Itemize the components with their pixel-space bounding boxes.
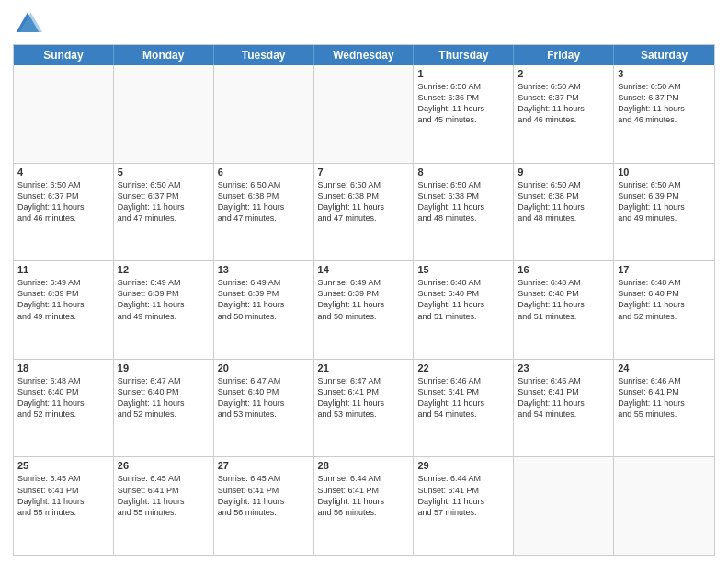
calendar-row: 4Sunrise: 6:50 AM Sunset: 6:37 PM Daylig… [14, 163, 714, 261]
cell-daylight-info: Sunrise: 6:48 AM Sunset: 6:40 PM Dayligh… [417, 277, 509, 322]
calendar-cell: 25Sunrise: 6:45 AM Sunset: 6:41 PM Dayli… [14, 457, 114, 555]
calendar-header: SundayMondayTuesdayWednesdayThursdayFrid… [14, 45, 714, 65]
day-number: 16 [518, 264, 609, 275]
day-number: 22 [417, 362, 509, 373]
day-number: 4 [17, 167, 109, 178]
day-number: 10 [618, 167, 711, 178]
calendar-cell: 23Sunrise: 6:46 AM Sunset: 6:41 PM Dayli… [514, 360, 614, 457]
logo [13, 9, 46, 39]
cell-daylight-info: Sunrise: 6:49 AM Sunset: 6:39 PM Dayligh… [218, 277, 310, 322]
day-number: 2 [518, 68, 609, 79]
calendar-cell: 3Sunrise: 6:50 AM Sunset: 6:37 PM Daylig… [614, 65, 714, 163]
cell-daylight-info: Sunrise: 6:48 AM Sunset: 6:40 PM Dayligh… [518, 277, 609, 322]
calendar-cell [614, 457, 714, 555]
cell-daylight-info: Sunrise: 6:50 AM Sunset: 6:38 PM Dayligh… [318, 179, 410, 224]
page: SundayMondayTuesdayWednesdayThursdayFrid… [0, 0, 728, 563]
day-header-tuesday: Tuesday [214, 45, 314, 65]
cell-daylight-info: Sunrise: 6:50 AM Sunset: 6:37 PM Dayligh… [17, 179, 109, 224]
calendar-cell [514, 457, 614, 555]
day-number: 26 [118, 460, 210, 471]
day-header-sunday: Sunday [14, 45, 114, 65]
cell-daylight-info: Sunrise: 6:48 AM Sunset: 6:40 PM Dayligh… [17, 375, 109, 420]
cell-daylight-info: Sunrise: 6:46 AM Sunset: 6:41 PM Dayligh… [417, 375, 509, 420]
cell-daylight-info: Sunrise: 6:45 AM Sunset: 6:41 PM Dayligh… [218, 473, 310, 518]
calendar-cell: 20Sunrise: 6:47 AM Sunset: 6:40 PM Dayli… [214, 360, 314, 457]
cell-daylight-info: Sunrise: 6:46 AM Sunset: 6:41 PM Dayligh… [618, 375, 711, 420]
day-number: 14 [318, 264, 410, 275]
day-header-wednesday: Wednesday [314, 45, 415, 65]
day-number: 23 [518, 362, 609, 373]
day-number: 21 [318, 362, 410, 373]
cell-daylight-info: Sunrise: 6:50 AM Sunset: 6:37 PM Dayligh… [118, 179, 210, 224]
calendar-cell: 14Sunrise: 6:49 AM Sunset: 6:39 PM Dayli… [314, 261, 415, 359]
cell-daylight-info: Sunrise: 6:50 AM Sunset: 6:36 PM Dayligh… [417, 81, 509, 126]
day-number: 24 [618, 362, 711, 373]
day-number: 13 [218, 264, 310, 275]
header [13, 9, 715, 39]
calendar-row: 18Sunrise: 6:48 AM Sunset: 6:40 PM Dayli… [14, 359, 714, 457]
day-number: 17 [618, 264, 711, 275]
cell-daylight-info: Sunrise: 6:44 AM Sunset: 6:41 PM Dayligh… [417, 473, 509, 518]
calendar-cell: 16Sunrise: 6:48 AM Sunset: 6:40 PM Dayli… [514, 261, 614, 359]
calendar-cell: 21Sunrise: 6:47 AM Sunset: 6:41 PM Dayli… [314, 360, 415, 457]
day-number: 12 [118, 264, 210, 275]
day-header-monday: Monday [114, 45, 214, 65]
cell-daylight-info: Sunrise: 6:50 AM Sunset: 6:38 PM Dayligh… [417, 179, 509, 224]
day-header-friday: Friday [514, 45, 614, 65]
calendar-cell [214, 65, 314, 163]
calendar-cell: 19Sunrise: 6:47 AM Sunset: 6:40 PM Dayli… [114, 360, 214, 457]
calendar-cell: 26Sunrise: 6:45 AM Sunset: 6:41 PM Dayli… [114, 457, 214, 555]
cell-daylight-info: Sunrise: 6:49 AM Sunset: 6:39 PM Dayligh… [318, 277, 410, 322]
day-number: 20 [218, 362, 310, 373]
calendar-cell: 28Sunrise: 6:44 AM Sunset: 6:41 PM Dayli… [314, 457, 415, 555]
calendar-cell: 13Sunrise: 6:49 AM Sunset: 6:39 PM Dayli… [214, 261, 314, 359]
day-number: 5 [118, 167, 210, 178]
day-number: 11 [17, 264, 109, 275]
cell-daylight-info: Sunrise: 6:45 AM Sunset: 6:41 PM Dayligh… [17, 473, 109, 518]
calendar-cell: 7Sunrise: 6:50 AM Sunset: 6:38 PM Daylig… [314, 164, 415, 261]
cell-daylight-info: Sunrise: 6:45 AM Sunset: 6:41 PM Dayligh… [118, 473, 210, 518]
logo-icon [13, 9, 42, 39]
calendar-cell: 22Sunrise: 6:46 AM Sunset: 6:41 PM Dayli… [414, 360, 514, 457]
cell-daylight-info: Sunrise: 6:50 AM Sunset: 6:37 PM Dayligh… [618, 81, 711, 126]
day-number: 18 [17, 362, 109, 373]
day-number: 15 [417, 264, 509, 275]
calendar-cell: 18Sunrise: 6:48 AM Sunset: 6:40 PM Dayli… [14, 360, 114, 457]
calendar-cell: 10Sunrise: 6:50 AM Sunset: 6:39 PM Dayli… [614, 164, 714, 261]
day-number: 3 [618, 68, 711, 79]
cell-daylight-info: Sunrise: 6:50 AM Sunset: 6:37 PM Dayligh… [518, 81, 609, 126]
calendar-cell [314, 65, 415, 163]
calendar-cell: 15Sunrise: 6:48 AM Sunset: 6:40 PM Dayli… [414, 261, 514, 359]
cell-daylight-info: Sunrise: 6:50 AM Sunset: 6:38 PM Dayligh… [218, 179, 310, 224]
calendar-cell: 27Sunrise: 6:45 AM Sunset: 6:41 PM Dayli… [214, 457, 314, 555]
day-header-thursday: Thursday [414, 45, 514, 65]
calendar-cell: 6Sunrise: 6:50 AM Sunset: 6:38 PM Daylig… [214, 164, 314, 261]
cell-daylight-info: Sunrise: 6:48 AM Sunset: 6:40 PM Dayligh… [618, 277, 711, 322]
cell-daylight-info: Sunrise: 6:46 AM Sunset: 6:41 PM Dayligh… [518, 375, 609, 420]
day-header-saturday: Saturday [614, 45, 714, 65]
calendar-cell: 24Sunrise: 6:46 AM Sunset: 6:41 PM Dayli… [614, 360, 714, 457]
cell-daylight-info: Sunrise: 6:47 AM Sunset: 6:41 PM Dayligh… [318, 375, 410, 420]
calendar-cell: 4Sunrise: 6:50 AM Sunset: 6:37 PM Daylig… [14, 164, 114, 261]
day-number: 25 [17, 460, 109, 471]
calendar-cell [14, 65, 114, 163]
day-number: 27 [218, 460, 310, 471]
calendar-cell: 17Sunrise: 6:48 AM Sunset: 6:40 PM Dayli… [614, 261, 714, 359]
calendar-body: 1Sunrise: 6:50 AM Sunset: 6:36 PM Daylig… [14, 65, 714, 555]
calendar-row: 25Sunrise: 6:45 AM Sunset: 6:41 PM Dayli… [14, 456, 714, 555]
calendar: SundayMondayTuesdayWednesdayThursdayFrid… [13, 44, 715, 556]
day-number: 6 [218, 167, 310, 178]
day-number: 19 [118, 362, 210, 373]
day-number: 9 [518, 167, 609, 178]
calendar-cell: 5Sunrise: 6:50 AM Sunset: 6:37 PM Daylig… [114, 164, 214, 261]
cell-daylight-info: Sunrise: 6:47 AM Sunset: 6:40 PM Dayligh… [218, 375, 310, 420]
day-number: 1 [417, 68, 509, 79]
cell-daylight-info: Sunrise: 6:44 AM Sunset: 6:41 PM Dayligh… [318, 473, 410, 518]
calendar-cell: 12Sunrise: 6:49 AM Sunset: 6:39 PM Dayli… [114, 261, 214, 359]
day-number: 29 [417, 460, 509, 471]
calendar-cell: 8Sunrise: 6:50 AM Sunset: 6:38 PM Daylig… [414, 164, 514, 261]
cell-daylight-info: Sunrise: 6:47 AM Sunset: 6:40 PM Dayligh… [118, 375, 210, 420]
calendar-cell: 9Sunrise: 6:50 AM Sunset: 6:38 PM Daylig… [514, 164, 614, 261]
cell-daylight-info: Sunrise: 6:49 AM Sunset: 6:39 PM Dayligh… [118, 277, 210, 322]
calendar-cell: 11Sunrise: 6:49 AM Sunset: 6:39 PM Dayli… [14, 261, 114, 359]
